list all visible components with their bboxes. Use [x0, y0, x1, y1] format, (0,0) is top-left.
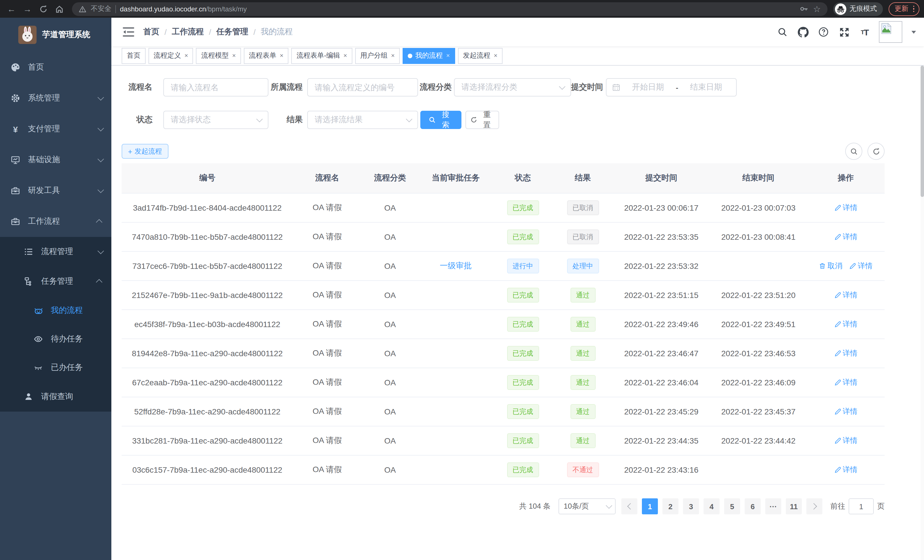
process-name-input[interactable] — [164, 78, 268, 96]
fullscreen-icon[interactable] — [838, 26, 850, 38]
toolbox-icon — [10, 217, 21, 226]
goto-suffix: 页 — [877, 501, 885, 512]
search-icon[interactable] — [776, 26, 789, 38]
url-bar[interactable]: 不安全 dashboard.yudao.iocoder.cn/bpm/task/… — [72, 2, 827, 16]
page-button-3[interactable]: 3 — [683, 499, 699, 514]
breadcrumb-workflow[interactable]: 工作流程 — [172, 27, 204, 37]
sidebar-item-leave-query[interactable]: 请假查询 — [0, 382, 111, 412]
tab-process-form-edit[interactable]: 流程表单-编辑× — [291, 48, 352, 64]
detail-link[interactable]: 详情 — [834, 203, 858, 213]
submit-time-range-picker[interactable]: 开始日期 - 结束日期 — [606, 78, 736, 96]
result-badge: 通过 — [570, 288, 596, 302]
tab-home[interactable]: 首页 — [122, 48, 146, 64]
tab-start-process[interactable]: 发起流程× — [458, 48, 502, 64]
current-task-link[interactable]: 一级审批 — [440, 261, 472, 270]
url-divider — [116, 5, 116, 13]
detail-link[interactable]: 详情 — [834, 377, 858, 388]
page-button-4[interactable]: 4 — [704, 499, 720, 514]
start-process-button[interactable]: + 发起流程 — [122, 144, 168, 159]
detail-link[interactable]: 详情 — [834, 290, 858, 300]
page-button-1[interactable]: 1 — [642, 499, 658, 514]
reset-button[interactable]: 重置 — [465, 111, 499, 129]
avatar[interactable] — [879, 21, 902, 43]
detail-link[interactable]: 详情 — [849, 261, 873, 271]
sidebar-item-dev-tools[interactable]: 研发工具 — [0, 175, 111, 206]
goto-page-input[interactable] — [849, 499, 874, 514]
refresh-button[interactable] — [867, 143, 885, 160]
password-key-icon[interactable] — [799, 4, 808, 13]
breadcrumb-task-mgmt[interactable]: 任务管理 — [216, 27, 248, 37]
sidebar-item-label: 研发工具 — [28, 186, 98, 196]
page-button-6[interactable]: 6 — [745, 499, 760, 514]
security-warning-icon — [78, 4, 87, 13]
page-button-5[interactable]: 5 — [724, 499, 740, 514]
sidebar-item-home[interactable]: 首页 — [0, 52, 111, 83]
tab-process-model[interactable]: 流程模型× — [196, 48, 241, 64]
status-badge: 已完成 — [507, 375, 539, 390]
browser-reload-icon[interactable] — [36, 2, 50, 16]
end-date-placeholder[interactable]: 结束日期 — [682, 82, 730, 93]
sidebar-toggle-icon[interactable] — [123, 27, 134, 36]
close-icon[interactable]: × — [280, 52, 284, 59]
tab-process-form[interactable]: 流程表单× — [244, 48, 289, 64]
page-button-11[interactable]: 11 — [786, 499, 802, 514]
sidebar-item-done-tasks[interactable]: 已办任务 — [0, 353, 111, 382]
detail-link[interactable]: 详情 — [834, 232, 858, 242]
detail-link[interactable]: 详情 — [834, 406, 858, 417]
detail-link[interactable]: 详情 — [834, 436, 858, 446]
show-search-button[interactable] — [845, 143, 862, 160]
bookmark-star-icon[interactable]: ☆ — [812, 4, 822, 13]
caret-down-icon[interactable] — [911, 30, 916, 33]
parent-process-input[interactable] — [307, 78, 418, 96]
sidebar-item-pay[interactable]: ¥ 支付管理 — [0, 114, 111, 144]
browser-update-button[interactable]: 更新 — [888, 2, 920, 16]
status-select[interactable]: 请选择状态 — [164, 111, 268, 129]
result-select[interactable]: 请选择流结果 — [307, 111, 418, 129]
sidebar-item-todo-tasks[interactable]: 待办任务 — [0, 325, 111, 353]
sidebar-item-system[interactable]: 系统管理 — [0, 83, 111, 114]
prev-page-button[interactable] — [621, 499, 638, 514]
close-icon[interactable]: × — [494, 52, 497, 59]
close-icon[interactable]: × — [184, 52, 188, 59]
detail-link[interactable]: 详情 — [834, 348, 858, 358]
sidebar-item-task-mgmt[interactable]: 任务管理 — [0, 267, 111, 296]
status-badge: 已完成 — [507, 346, 539, 361]
result-badge: 已取消 — [567, 201, 599, 215]
more-pages-button[interactable]: ··· — [765, 499, 781, 514]
sidebar-item-process-mgmt[interactable]: 流程管理 — [0, 237, 111, 267]
close-icon[interactable]: × — [232, 52, 236, 59]
help-icon[interactable] — [817, 26, 830, 38]
search-button[interactable]: 搜索 — [420, 111, 461, 129]
close-icon[interactable]: × — [446, 52, 450, 59]
tab-my-process[interactable]: 我的流程× — [403, 48, 455, 64]
col-status: 状态 — [493, 163, 553, 193]
scrollbar-thumb[interactable] — [921, 66, 924, 197]
font-size-icon[interactable]: TT — [858, 26, 871, 38]
close-icon[interactable]: × — [391, 52, 395, 59]
user-icon — [23, 392, 34, 401]
breadcrumb-home[interactable]: 首页 — [143, 27, 159, 37]
start-date-placeholder[interactable]: 开始日期 — [624, 82, 672, 93]
cancel-link[interactable]: 取消 — [819, 261, 842, 271]
github-icon[interactable] — [796, 26, 809, 38]
browser-back-icon[interactable]: ← — [4, 2, 18, 16]
logo-image — [18, 26, 36, 44]
category-select[interactable]: 请选择流程分类 — [454, 78, 571, 96]
tab-user-group[interactable]: 用户分组× — [355, 48, 400, 64]
close-icon[interactable]: × — [344, 52, 347, 59]
navbar-actions: TT — [776, 21, 916, 43]
page-size-select[interactable]: 10条/页 — [558, 499, 616, 514]
detail-link[interactable]: 详情 — [834, 319, 858, 329]
sidebar-item-infra[interactable]: 基础设施 — [0, 144, 111, 175]
tab-process-definition[interactable]: 流程定义× — [148, 48, 193, 64]
chevron-down-icon — [256, 116, 263, 123]
browser-home-icon[interactable] — [52, 2, 66, 16]
browser-forward-icon[interactable]: → — [21, 2, 34, 16]
next-page-button[interactable] — [806, 499, 822, 514]
filter-label-parent-process: 所属流程 — [271, 82, 303, 93]
detail-link[interactable]: 详情 — [834, 465, 858, 475]
page-button-2[interactable]: 2 — [663, 499, 678, 514]
sidebar-item-my-process[interactable]: 我的流程 — [0, 296, 111, 325]
chevron-down-icon — [406, 116, 412, 123]
sidebar-item-workflow[interactable]: 工作流程 — [0, 206, 111, 237]
